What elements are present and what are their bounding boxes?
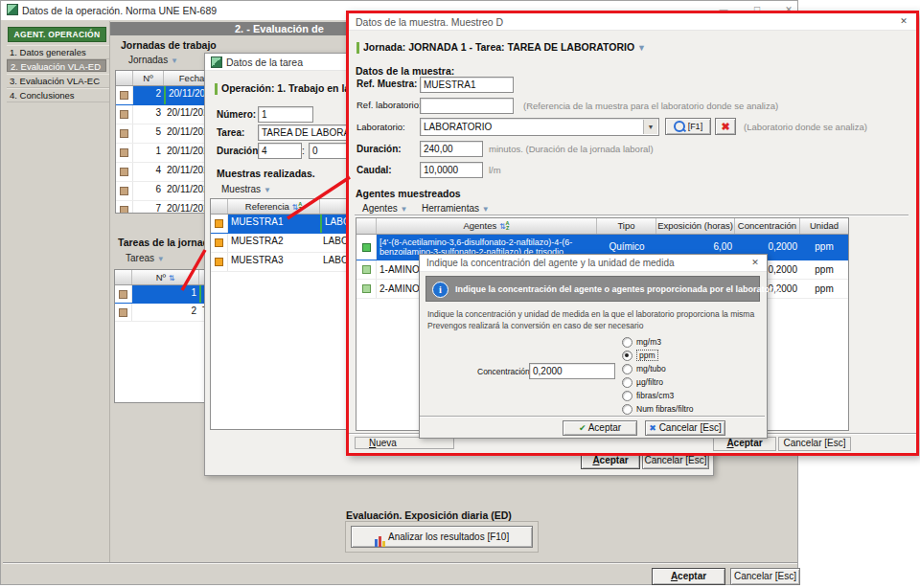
cancel-button[interactable]: Cancelar [Esc]	[778, 437, 851, 451]
analyze-results-button[interactable]: Analizar los resultados [F10]	[351, 526, 533, 548]
info-icon: i	[432, 282, 448, 298]
radio-ug-filtro[interactable]	[622, 377, 632, 388]
radio-ppm[interactable]	[622, 351, 632, 361]
radio-label[interactable]: mg/m3	[636, 337, 661, 347]
radio-fibras-cm3[interactable]	[622, 391, 632, 401]
col-header-exposicion: Exposición (horas)	[656, 218, 735, 234]
caudal-note: l/m	[489, 165, 501, 175]
chevron-down-icon: ▼	[171, 57, 178, 65]
laboratorio-note: (Laboratorio donde se analiza)	[744, 122, 867, 132]
app-icon	[7, 4, 18, 15]
radio-label[interactable]: ppm	[636, 350, 658, 361]
radio-mg-tubo[interactable]	[622, 364, 632, 374]
row-marker-icon	[362, 284, 371, 293]
jornadas-section-label: Jornadas de trabajo	[121, 39, 217, 51]
col-header-num: Nº	[156, 272, 166, 283]
sort-icon: ⇅	[291, 203, 298, 212]
laboratorio-combo[interactable]: LABORATORIO ▼	[420, 118, 659, 136]
close-icon[interactable]: ✕	[897, 15, 910, 28]
radio-label[interactable]: mg/tubo	[636, 364, 666, 373]
accent-bar	[215, 83, 218, 95]
chevron-down-icon: ▼	[157, 255, 165, 263]
modal-banner: i Indique la concentración del agente o …	[426, 276, 760, 302]
row-marker-icon	[120, 110, 128, 119]
duracion-label: Duración:	[217, 146, 262, 156]
sidebar-item-datos-generales[interactable]: 1. Datos generales	[7, 45, 109, 59]
search-icon	[674, 121, 685, 132]
sidebar-item-evaluacion-vla-ed[interactable]: 2. Evaluación VLA-ED	[7, 59, 106, 72]
duracion-label: Duración:	[356, 144, 402, 154]
sidebar-header: AGENT. OPERACIÓN	[8, 27, 106, 42]
accent-bar	[356, 42, 359, 54]
concentration-modal: Indique la concentración del agente y la…	[419, 254, 768, 439]
row-marker-icon	[120, 148, 128, 157]
modal-accept-button[interactable]: ✔ Aceptar	[563, 420, 637, 436]
radio-num-fibras-filtro[interactable]	[622, 404, 632, 415]
agentes-menu[interactable]: Agentes ▼	[362, 203, 407, 214]
radio-label[interactable]: fibras/cm3	[636, 391, 674, 400]
banner-text: Indique la concentración del agente o ag…	[455, 284, 781, 294]
caudal-field[interactable]: 10,0000	[420, 162, 483, 178]
tareas-menu[interactable]: Tareas ▼	[126, 253, 165, 263]
evaluacion-groupbox: Analizar los resultados [F10]	[345, 521, 539, 553]
bar-chart-icon	[375, 531, 388, 542]
context-header: Jornada: JORNADA 1 - Tarea: TAREA DE LAB…	[363, 41, 646, 53]
row-marker-icon	[120, 187, 128, 195]
accept-button[interactable]: Aceptar	[652, 568, 725, 585]
muestra-dialog-titlebar[interactable]: Datos de la muestra. Muestreo D ✕	[349, 13, 916, 31]
accept-button[interactable]: Aceptar	[713, 437, 776, 451]
col-header-concentracion: Concentración	[735, 218, 800, 234]
row-marker-icon	[120, 168, 128, 176]
sort-icon: ⇅	[169, 274, 175, 283]
ref-muestra-field[interactable]: MUESTRA1	[420, 77, 514, 93]
chevron-down-icon[interactable]: ▼	[637, 43, 646, 53]
sort-icon: ⇅	[499, 222, 506, 231]
combo-dropdown-icon[interactable]: ▼	[643, 120, 657, 134]
numero-field[interactable]: 1	[258, 106, 313, 123]
delete-icon: ✖	[721, 121, 729, 132]
section-label: Datos de la muestra:	[356, 65, 454, 77]
divider	[355, 215, 908, 216]
app-icon	[211, 57, 222, 68]
jornadas-menu[interactable]: Jornadas ▼	[128, 55, 178, 65]
radio-label[interactable]: Num fibras/filtro	[636, 404, 694, 414]
cancel-button[interactable]: Cancelar [Esc]	[730, 568, 800, 585]
row-marker-icon	[362, 265, 371, 274]
evaluacion-ed-label: Evaluación. Exposición diaria (ED)	[346, 509, 512, 521]
modal-line2: Prevengos realizará la conversión en cas…	[427, 321, 643, 330]
row-marker-icon	[120, 91, 128, 100]
col-header-num: Nº	[133, 71, 164, 85]
sidebar-item-evaluacion-vla-ec[interactable]: 3. Evaluación VLA-EC	[7, 74, 109, 88]
laboratorio-label: Laboratorio:	[356, 122, 405, 132]
row-marker-icon	[215, 219, 223, 228]
dialog-title: Datos de la tarea	[226, 57, 303, 68]
chevron-down-icon: ▼	[400, 205, 407, 214]
caudal-label: Caudal:	[356, 165, 392, 175]
muestras-menu[interactable]: Muestras ▼	[221, 184, 271, 194]
radio-label[interactable]: µg/filtro	[636, 377, 663, 387]
search-laboratory-button[interactable]: [F1]	[665, 118, 711, 135]
agentes-table-header[interactable]: Agentes ⇅AZ Tipo Exposición (horas) Conc…	[356, 218, 848, 235]
dialog-title: Datos de la muestra. Muestreo D	[356, 16, 503, 28]
duracion-separator: :	[302, 146, 305, 156]
ref-laboratorio-field[interactable]	[420, 98, 514, 114]
muestras-section-label: Muestras realizadas.	[217, 168, 315, 179]
herramientas-menu[interactable]: Herramientas ▼	[422, 203, 490, 214]
sidebar: AGENT. OPERACIÓN 1. Datos generales 2. E…	[3, 21, 110, 563]
col-header-tipo: Tipo	[597, 218, 656, 234]
footer-separator	[3, 562, 797, 564]
col-header-unidad: Unidad	[800, 218, 848, 234]
concentracion-field[interactable]: 0,2000	[529, 363, 615, 379]
modal-cancel-button[interactable]: ✖ Cancelar [Esc]	[645, 420, 725, 436]
sidebar-item-conclusiones[interactable]: 4. Conclusiones	[7, 88, 109, 102]
radio-mg-m3[interactable]	[622, 337, 632, 348]
x-icon: ✖	[649, 423, 656, 433]
duracion-hours-field[interactable]: 4	[258, 143, 302, 159]
close-icon[interactable]: ✕	[748, 257, 762, 269]
numero-label: Número:	[217, 109, 256, 120]
modal-title: Indique la concentración del agente y la…	[426, 258, 675, 268]
clear-laboratory-button[interactable]: ✖	[715, 118, 736, 135]
panel-title: 2. - Evaluación de	[235, 22, 324, 35]
duracion-field[interactable]: 240,00	[420, 141, 483, 157]
modal-titlebar[interactable]: Indique la concentración del agente y la…	[420, 255, 767, 272]
